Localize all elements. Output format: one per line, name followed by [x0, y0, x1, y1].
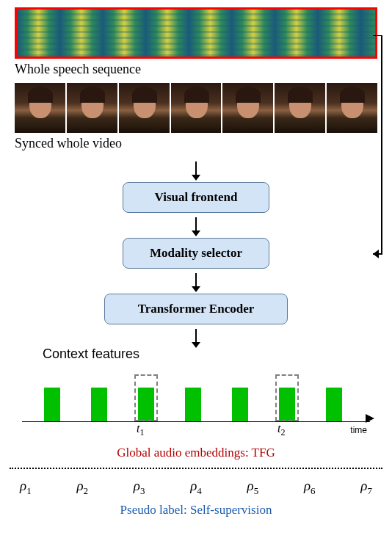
selected-feature-box [275, 374, 299, 421]
feature-bar [44, 388, 60, 421]
arrow-down-icon [189, 217, 203, 236]
t2-label: t2 [277, 422, 285, 438]
tfg-label: Global audio embeddings: TFG [117, 446, 275, 460]
features-timeline: time t1 t2 [15, 356, 377, 444]
feature-bar [232, 388, 248, 421]
rho-item: ρ3 [134, 478, 145, 497]
spectrogram [15, 7, 377, 59]
rho-row: ρ1ρ2ρ3ρ4ρ5ρ6ρ7 [20, 478, 372, 497]
rho-item: ρ1 [20, 478, 32, 497]
modality-selector-box: Modality selector [123, 238, 269, 269]
svg-marker-3 [192, 230, 200, 236]
rho-item: ρ5 [247, 478, 259, 497]
rho-item: ρ2 [76, 478, 88, 497]
video-frames-row [15, 83, 377, 133]
svg-marker-7 [192, 342, 200, 348]
pseudo-label: Pseudo label: Self-supervision [120, 503, 272, 518]
arrow-down-icon [189, 161, 203, 181]
side-connector-arrow [373, 35, 386, 263]
video-frame [15, 83, 65, 133]
transformer-encoder-box: Transformer Encoder [104, 294, 288, 324]
feature-bar [326, 388, 342, 421]
rho-item: ρ4 [190, 478, 202, 497]
video-frame [119, 83, 170, 133]
video-frame [327, 83, 377, 133]
selected-feature-box [134, 374, 158, 421]
rho-item: ρ7 [360, 478, 372, 497]
svg-marker-9 [373, 250, 379, 258]
arrow-down-icon [189, 329, 203, 348]
axis-arrow-icon [366, 413, 374, 426]
time-label: time [350, 425, 367, 435]
svg-marker-8 [366, 414, 374, 423]
separator [10, 468, 382, 469]
video-frame [67, 83, 117, 133]
svg-marker-1 [192, 175, 200, 181]
feature-bar [91, 388, 107, 421]
synced-video-label: Synced whole video [15, 136, 122, 151]
rho-item: ρ6 [304, 478, 316, 497]
svg-marker-5 [192, 286, 200, 292]
feature-bar [185, 388, 201, 421]
t1-label: t1 [137, 422, 144, 438]
speech-sequence-label: Whole speech sequence [15, 62, 141, 77]
video-frame [222, 83, 273, 133]
video-frame [171, 83, 222, 133]
video-frame [275, 83, 325, 133]
arrow-down-icon [189, 273, 203, 292]
visual-frontend-box: Visual frontend [123, 182, 269, 213]
